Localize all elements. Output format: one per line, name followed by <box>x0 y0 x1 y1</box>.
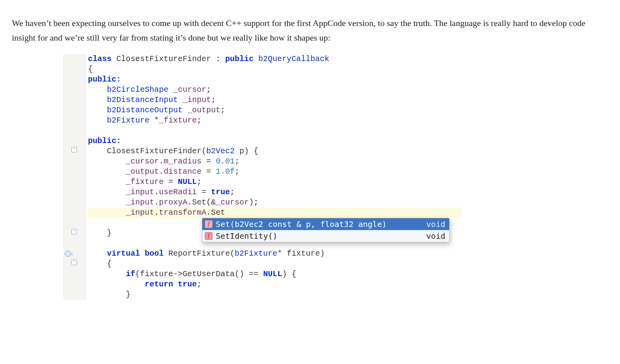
function-icon: f <box>205 220 213 228</box>
code-line: { <box>88 259 461 269</box>
fold-toggle-icon[interactable]: − <box>71 147 77 152</box>
code-line: } <box>88 290 461 300</box>
fold-toggle-icon[interactable]: − <box>71 260 77 265</box>
completion-item[interactable]: fSetIdentity()void <box>202 230 449 242</box>
code-line: virtual bool ReportFixture(b2Fixture* fi… <box>88 249 461 259</box>
code-line: _input.proxyA.Set(&_cursor); <box>88 197 461 208</box>
function-icon: f <box>205 232 213 240</box>
code-line <box>88 126 461 136</box>
fold-toggle-icon[interactable]: − <box>71 229 77 234</box>
code-line: b2CircleShape _cursor; <box>88 85 461 95</box>
code-line: _cursor.m_radius = 0.01; <box>88 156 461 167</box>
completion-item[interactable]: fSet(b2Vec2 const & p, float32 angle)voi… <box>202 218 449 230</box>
completion-return-type: void <box>426 231 445 241</box>
completion-signature: Set(b2Vec2 const & p, float32 angle) <box>216 219 418 229</box>
code-area: class ClosestFixtureFinder : public b2Qu… <box>86 54 461 300</box>
code-line: return true; <box>88 279 461 290</box>
code-line: _input.useRadii = true; <box>88 187 461 197</box>
completion-signature: SetIdentity() <box>216 231 418 241</box>
code-line: if(fixture->GetUserData() == NULL) { <box>88 269 461 279</box>
code-line: _fixture = NULL; <box>88 177 461 187</box>
code-line: _input.transformA.Set <box>88 208 461 218</box>
intro-paragraph: We haven’t been expecting ourselves to c… <box>12 16 608 45</box>
code-editor-screenshot: −−− class ClosestFixtureFinder : public … <box>63 54 461 300</box>
code-line: ClosestFixtureFinder(b2Vec2 p) { <box>88 146 461 156</box>
code-line: b2DistanceOutput _output; <box>88 105 461 115</box>
code-line: class ClosestFixtureFinder : public b2Qu… <box>88 54 461 64</box>
code-line: b2Fixture *_fixture; <box>88 115 461 126</box>
code-completion-popup[interactable]: fSet(b2Vec2 const & p, float32 angle)voi… <box>202 218 450 242</box>
editor-gutter: −−− <box>63 54 86 300</box>
code-line: public: <box>88 136 461 146</box>
code-line: { <box>88 64 461 74</box>
completion-return-type: void <box>426 219 445 229</box>
code-line: _output.distance = 1.0f; <box>88 167 461 177</box>
code-line: b2DistanceInput _input; <box>88 95 461 105</box>
override-gutter-icon[interactable] <box>65 251 71 257</box>
code-line: public: <box>88 74 461 85</box>
